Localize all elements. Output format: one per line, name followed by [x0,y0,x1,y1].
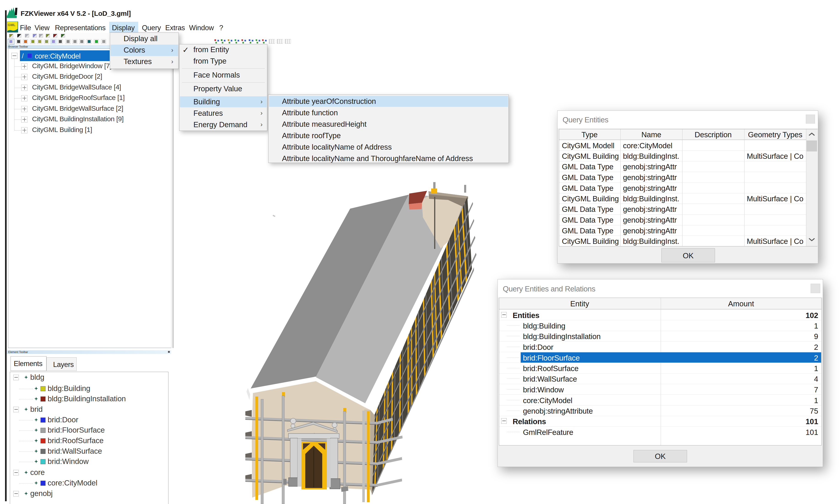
svg-text:GML: GML [8,23,15,27]
